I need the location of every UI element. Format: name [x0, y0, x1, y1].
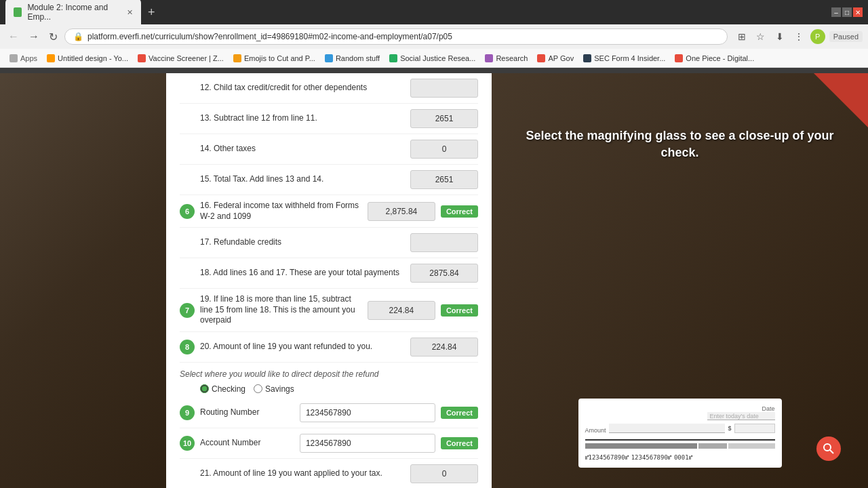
row-19-input[interactable] [368, 301, 435, 320]
row-16-input[interactable] [368, 202, 435, 221]
row-21-input[interactable] [410, 464, 478, 483]
menu-button[interactable]: ⋮ [791, 29, 806, 44]
form-row-14: 14. Other taxes [180, 134, 478, 165]
tab-close-button[interactable]: ✕ [127, 8, 133, 17]
savings-label: Savings [265, 384, 294, 394]
form-row-15: 15. Total Tax. Add lines 13 and 14. [180, 165, 478, 195]
lock-icon: 🔒 [73, 32, 83, 41]
check-routing-numbers: ⑈1234567890⑈ 1234567890⑈ 0001⑈ [585, 454, 775, 461]
form-row-routing: 9 Routing Number Correct [180, 398, 478, 428]
bookmark-untitled[interactable]: Untitled design - Yo... [43, 53, 132, 64]
vaccine-favicon [138, 54, 146, 62]
sec-favicon [583, 54, 591, 62]
browser-tab[interactable]: Module 2: Income and Emp... ✕ [5, 0, 141, 26]
bookmarks-bar: Apps Untitled design - Yo... Vaccine Scr… [0, 49, 868, 68]
profile-button[interactable]: P [810, 29, 825, 44]
right-panel: Select the magnifying glass to see a clo… [492, 73, 868, 488]
center-content: 12. Child tax credit/credit for other de… [166, 73, 492, 488]
check-date-field: Enter today's date [707, 412, 775, 420]
form-row-account: 10 Account Number Correct [180, 428, 478, 459]
browser-chrome: Module 2: Income and Emp... ✕ + – □ ✕ ← … [0, 0, 868, 73]
refresh-button[interactable]: ↻ [46, 29, 60, 45]
check-date-label: Date [762, 405, 774, 412]
routing-correct-badge: Correct [441, 407, 478, 419]
research-label: Research [496, 54, 528, 62]
routing-input[interactable] [300, 403, 435, 422]
bookmark-research[interactable]: Research [481, 53, 532, 64]
bookmark-random[interactable]: Random stuff [321, 53, 384, 64]
emojis-label: Emojis to Cut and P... [244, 54, 315, 62]
untitled-favicon [47, 54, 55, 62]
checking-radio-label[interactable]: Checking [200, 384, 245, 394]
savings-radio[interactable] [254, 384, 262, 393]
nav-bar: ← → ↻ 🔒 platform.everfi.net/curriculum/s… [0, 24, 868, 49]
row-14-input[interactable] [410, 140, 478, 159]
maximize-button[interactable]: □ [842, 7, 852, 17]
random-favicon [325, 54, 333, 62]
form-row-12: 12. Child tax credit/credit for other de… [180, 73, 478, 104]
address-bar[interactable]: 🔒 platform.everfi.net/curriculum/show?en… [64, 28, 728, 45]
magnify-text: Select the magnifying glass to see a clo… [505, 127, 854, 161]
step-badge-7: 7 [180, 303, 195, 318]
account-label: Account Number [200, 438, 294, 449]
paused-label: Paused [829, 31, 863, 42]
row-18-input[interactable] [410, 264, 478, 283]
social-favicon [389, 54, 397, 62]
row-20-input[interactable] [410, 338, 478, 357]
row-17-input[interactable] [410, 233, 478, 252]
row-16-label: 16. Federal income tax withheld from For… [200, 201, 362, 222]
savings-radio-label[interactable]: Savings [254, 384, 294, 394]
step-badge-8: 8 [180, 340, 195, 354]
bookmark-vaccine[interactable]: Vaccine Screener | Z... [134, 53, 228, 64]
bookmark-emojis[interactable]: Emojis to Cut and P... [229, 53, 319, 64]
apgov-label: AP Gov [548, 54, 574, 62]
apps-label: Apps [20, 54, 37, 62]
apgov-favicon [537, 54, 545, 62]
deposit-section: Select where you would like to direct de… [180, 363, 478, 398]
form-row-19: 7 19. If line 18 is more than line 15, s… [180, 289, 478, 332]
check-numbers-section: ⑈1234567890⑈ 1234567890⑈ 0001⑈ [585, 439, 775, 461]
social-label: Social Justice Resea... [400, 54, 475, 62]
onepiece-label: One Piece - Digital... [686, 54, 754, 62]
account-input[interactable] [300, 434, 435, 453]
form-row-17: 17. Refundable credits [180, 228, 478, 258]
bookmark-social[interactable]: Social Justice Resea... [385, 53, 479, 64]
tab-favicon [14, 7, 22, 17]
magnify-button[interactable] [816, 436, 841, 461]
row-15-label: 15. Total Tax. Add lines 13 and 14. [200, 174, 405, 185]
magnify-icon [823, 443, 835, 455]
bookmark-onepiece[interactable]: One Piece - Digital... [671, 53, 758, 64]
check-check-number: 0001⑈ [674, 454, 692, 461]
row-19-correct-badge: Correct [441, 304, 478, 317]
radio-group: Checking Savings [180, 380, 478, 398]
extensions-button[interactable]: ⊞ [734, 29, 749, 44]
checking-radio[interactable] [200, 384, 209, 393]
bookmark-apps[interactable]: Apps [5, 53, 41, 64]
tab-title: Module 2: Income and Emp... [27, 3, 121, 22]
svg-point-0 [824, 444, 831, 451]
apps-favicon [9, 54, 18, 62]
row-13-input[interactable] [410, 109, 478, 128]
form-row-20: 8 20. Amount of line 19 you want refunde… [180, 332, 478, 363]
downloads-button[interactable]: ⬇ [772, 29, 787, 44]
bookmark-apgov[interactable]: AP Gov [533, 53, 578, 64]
check-amount-label: Amount [585, 427, 606, 434]
random-label: Random stuff [336, 54, 380, 62]
row-12-input[interactable] [410, 79, 478, 98]
row-14-label: 14. Other taxes [200, 144, 405, 155]
row-15-input[interactable] [410, 170, 478, 189]
check-account-text: 1234567890⑈ [631, 454, 671, 461]
forward-button[interactable]: → [26, 29, 42, 44]
bookmark-star-button[interactable]: ☆ [753, 29, 768, 44]
minimize-button[interactable]: – [831, 7, 841, 17]
new-tab-button[interactable]: + [144, 4, 159, 21]
back-button[interactable]: ← [5, 29, 22, 44]
untitled-label: Untitled design - Yo... [58, 54, 128, 62]
step-badge-9: 9 [180, 405, 195, 420]
form-row-13: 13. Subtract line 12 from line 11. [180, 104, 478, 134]
deposit-label: Select where you would like to direct de… [180, 367, 478, 380]
vaccine-label: Vaccine Screener | Z... [149, 54, 224, 62]
check-preview: Date Enter today's date Amount $ [578, 399, 782, 468]
bookmark-sec[interactable]: SEC Form 4 Insider... [579, 53, 669, 64]
close-button[interactable]: ✕ [853, 7, 863, 17]
